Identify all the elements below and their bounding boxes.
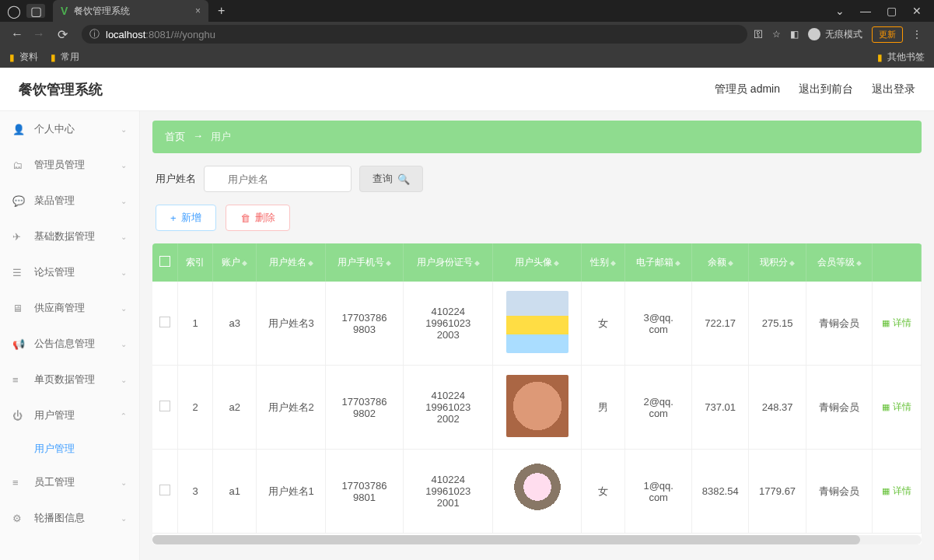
column-header[interactable]: 用户头像◆: [493, 243, 582, 282]
sort-icon[interactable]: ◆: [610, 259, 616, 267]
site-info-icon[interactable]: ⓘ: [89, 27, 100, 41]
menu-icon: 👤: [12, 124, 28, 135]
column-header[interactable]: 会员等级◆: [806, 243, 873, 282]
chevron-down-icon: ⌄: [121, 268, 127, 277]
maximize-icon[interactable]: ▢: [887, 5, 897, 17]
chevron-down-icon: ⌄: [121, 411, 127, 420]
cell-idcard: 410224199610232002: [404, 366, 493, 450]
menu-icon[interactable]: ⋮: [912, 29, 922, 40]
sort-icon[interactable]: ◆: [308, 259, 313, 267]
sidebar-item[interactable]: 💬菜品管理⌄: [0, 183, 139, 219]
column-header[interactable]: 用户手机号◆: [325, 243, 403, 282]
sort-icon[interactable]: ◆: [242, 259, 247, 267]
avatar-image: [506, 375, 568, 437]
globe-icon[interactable]: ◯: [6, 4, 22, 18]
detail-button[interactable]: ▦详情: [882, 317, 911, 330]
cell-idcard: 410224199610232001: [404, 450, 493, 534]
sidebar-item[interactable]: 📢公告信息管理⌄: [0, 326, 139, 362]
cell-account: a1: [213, 450, 257, 534]
breadcrumb-current: 用户: [211, 130, 231, 144]
row-checkbox[interactable]: [159, 401, 170, 411]
trash-icon: 🗑: [240, 212, 250, 224]
favicon-icon: V: [61, 5, 68, 17]
menu-icon: 📢: [12, 338, 28, 350]
column-header[interactable]: 用户姓名◆: [257, 243, 325, 282]
sort-icon[interactable]: ◆: [856, 259, 862, 267]
sidebar-item[interactable]: ⏻用户管理⌄: [0, 397, 139, 433]
sidebar-item[interactable]: ✈基础数据管理⌄: [0, 219, 139, 254]
exit-to-front-link[interactable]: 退出到前台: [799, 82, 853, 96]
menu-icon: ≡: [12, 477, 28, 488]
logout-link[interactable]: 退出登录: [872, 82, 915, 96]
update-button[interactable]: 更新: [872, 26, 903, 43]
sidebar-item[interactable]: 🖥供应商管理⌄: [0, 290, 139, 326]
column-header[interactable]: 索引: [177, 243, 212, 282]
url-input[interactable]: ⓘ localhost:8081/#/yonghu: [82, 25, 747, 44]
chevron-down-icon[interactable]: ⌄: [835, 5, 845, 17]
url-host: localhost: [106, 29, 145, 40]
incognito-indicator[interactable]: 无痕模式: [808, 28, 862, 41]
bookmark-folder[interactable]: ▮常用: [51, 51, 79, 64]
star-icon[interactable]: ☆: [772, 29, 781, 40]
sidebar-label: 单页数据管理: [34, 373, 95, 387]
minimize-icon[interactable]: —: [860, 5, 871, 17]
detail-button[interactable]: ▦详情: [882, 485, 911, 498]
cell-phone: 177037869801: [325, 450, 403, 534]
plus-icon: +: [170, 212, 177, 224]
panel-icon[interactable]: ◧: [790, 29, 799, 40]
back-button[interactable]: ←: [6, 27, 28, 41]
sort-icon[interactable]: ◆: [789, 259, 795, 267]
browser-tab[interactable]: V 餐饮管理系统 ×: [53, 0, 208, 22]
sidebar-label: 员工管理: [34, 475, 75, 489]
sidebar-item[interactable]: ⚙轮播图信息⌄: [0, 500, 139, 536]
query-button[interactable]: 查询 🔍: [359, 166, 423, 192]
document-icon: ▦: [882, 318, 890, 328]
site-icon[interactable]: ▢: [26, 4, 45, 18]
column-header[interactable]: 用户身份证号◆: [404, 243, 493, 282]
sort-icon[interactable]: ◆: [675, 259, 680, 267]
bookmark-folder[interactable]: ▮资料: [9, 51, 38, 64]
column-header[interactable]: 余额◆: [691, 243, 748, 282]
app-header: 餐饮管理系统 管理员 admin 退出到前台 退出登录: [0, 68, 934, 111]
other-bookmarks[interactable]: ▮其他书签: [877, 51, 925, 64]
row-checkbox[interactable]: [159, 317, 170, 327]
select-all-checkbox[interactable]: [159, 256, 170, 267]
delete-button[interactable]: 🗑 删除: [226, 205, 290, 231]
close-tab-icon[interactable]: ×: [195, 5, 201, 16]
column-header[interactable]: 账户◆: [213, 243, 257, 282]
column-header[interactable]: 现积分◆: [749, 243, 806, 282]
admin-label[interactable]: 管理员 admin: [715, 82, 780, 96]
sidebar-item[interactable]: ☰论坛管理⌄: [0, 254, 139, 290]
detail-button[interactable]: ▦详情: [882, 401, 911, 414]
sidebar-item[interactable]: ≡员工管理⌄: [0, 464, 139, 500]
close-window-icon[interactable]: ✕: [912, 5, 922, 17]
sidebar-label: 用户管理: [34, 408, 75, 422]
sidebar: 👤个人中心⌄🗂管理员管理⌄💬菜品管理⌄✈基础数据管理⌄☰论坛管理⌄🖥供应商管理⌄…: [0, 111, 140, 560]
reload-button[interactable]: ⟳: [50, 27, 75, 42]
sort-icon[interactable]: ◆: [474, 259, 480, 267]
column-header[interactable]: 电子邮箱◆: [625, 243, 692, 282]
sort-icon[interactable]: ◆: [554, 259, 559, 267]
username-input[interactable]: [204, 166, 352, 192]
add-button[interactable]: + 新增: [156, 205, 216, 231]
sidebar-item[interactable]: ≡单页数据管理⌄: [0, 362, 139, 397]
scrollbar-thumb[interactable]: [152, 535, 860, 544]
cell-account: a3: [213, 282, 257, 366]
column-header[interactable]: 性别◆: [582, 243, 625, 282]
row-checkbox[interactable]: [159, 485, 170, 495]
sidebar-subitem[interactable]: 用户管理: [0, 433, 139, 464]
sidebar-item[interactable]: 👤个人中心⌄: [0, 111, 139, 147]
sort-icon[interactable]: ◆: [386, 259, 391, 267]
app: 餐饮管理系统 管理员 admin 退出到前台 退出登录 👤个人中心⌄🗂管理员管理…: [0, 68, 934, 560]
horizontal-scrollbar[interactable]: [152, 535, 922, 544]
chevron-down-icon: ⌄: [121, 233, 127, 241]
forward-button[interactable]: →: [28, 27, 50, 41]
breadcrumb-home[interactable]: 首页: [165, 130, 185, 144]
sort-icon[interactable]: ◆: [728, 259, 733, 267]
key-icon[interactable]: ⚿: [754, 29, 763, 40]
new-tab-button[interactable]: +: [218, 4, 225, 18]
chevron-down-icon: ⌄: [121, 161, 127, 170]
breadcrumb: 首页 → 用户: [152, 121, 922, 153]
folder-icon: ▮: [51, 52, 56, 63]
sidebar-item[interactable]: 🗂管理员管理⌄: [0, 147, 139, 183]
